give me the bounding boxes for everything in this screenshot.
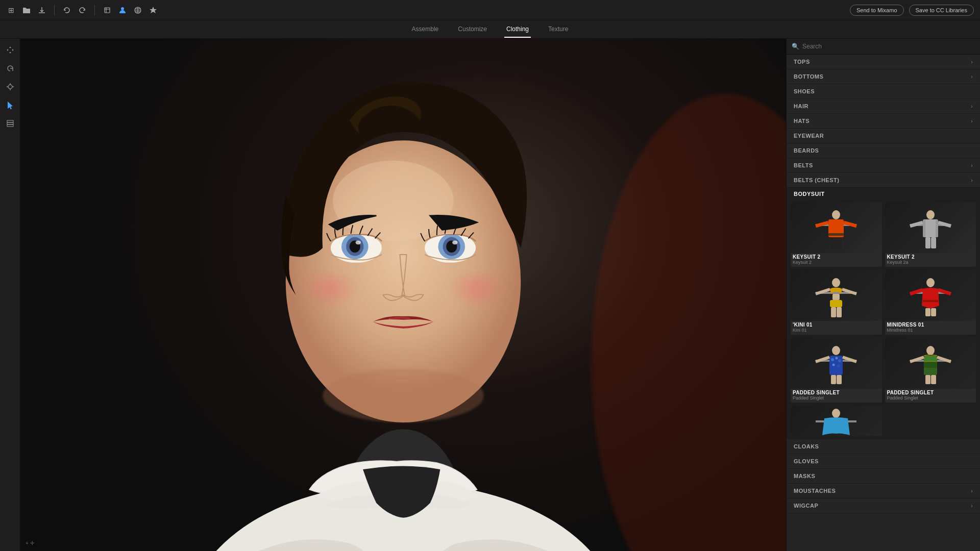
card-title: Minidress 01 bbox=[887, 322, 974, 328]
clothing-thumb-minidress01 bbox=[885, 270, 976, 321]
svg-rect-0 bbox=[105, 8, 110, 13]
tab-texture[interactable]: Texture bbox=[546, 21, 570, 38]
svg-rect-78 bbox=[831, 375, 836, 384]
clothing-thumb-padded1 bbox=[791, 338, 882, 389]
layers-tool-icon[interactable] bbox=[3, 116, 17, 131]
svg-rect-56 bbox=[832, 294, 840, 300]
category-hats[interactable]: HATS › bbox=[787, 114, 980, 129]
category-eyewear[interactable]: EYEWEAR bbox=[787, 129, 980, 143]
person-icon[interactable] bbox=[117, 5, 128, 15]
clothing-card-minidress01[interactable]: Minidress 01 Minidress 01 bbox=[885, 270, 976, 335]
category-belts[interactable]: BELTS › bbox=[787, 158, 980, 173]
svg-rect-42 bbox=[837, 237, 842, 248]
tab-customize[interactable]: Customize bbox=[456, 21, 489, 38]
chevron-icon: › bbox=[971, 488, 973, 494]
svg-point-91 bbox=[832, 409, 840, 418]
chevron-icon: › bbox=[971, 503, 973, 509]
svg-point-75 bbox=[837, 364, 840, 367]
category-bottoms[interactable]: BOTTOMS › bbox=[787, 69, 980, 84]
category-tops[interactable]: TOPS › bbox=[787, 55, 980, 69]
svg-point-3 bbox=[8, 85, 12, 89]
svg-rect-67 bbox=[923, 300, 938, 302]
svg-point-1 bbox=[121, 7, 124, 10]
move-tool-icon[interactable] bbox=[3, 43, 17, 57]
card-label: PADDED SINGLET Padded Singlet bbox=[885, 389, 976, 403]
send-to-mixamo-button[interactable]: Send to Mixamo bbox=[850, 5, 903, 16]
svg-point-81 bbox=[926, 346, 935, 355]
svg-point-69 bbox=[832, 346, 840, 355]
svg-point-21 bbox=[333, 161, 454, 241]
svg-point-32 bbox=[299, 268, 359, 308]
viewport-nav: + ✛ bbox=[26, 540, 34, 546]
clothing-thumb-cloaks bbox=[791, 406, 882, 436]
card-subtitle: Kini 01 bbox=[793, 328, 880, 333]
chevron-icon: › bbox=[971, 59, 973, 65]
svg-rect-84 bbox=[924, 362, 937, 368]
undo-icon[interactable] bbox=[62, 5, 72, 15]
card-subtitle: Padded Singlet bbox=[887, 395, 974, 400]
viewport[interactable]: + ✛ bbox=[20, 39, 786, 551]
tab-assemble[interactable]: Assemble bbox=[410, 21, 441, 38]
clothing-thumb-keysuit2a bbox=[885, 202, 976, 253]
folder-icon[interactable] bbox=[21, 5, 32, 15]
category-list: TOPS › BOTTOMS › SHOES HAIR › HATS › bbox=[787, 55, 980, 551]
card-label: Minidress 01 Minidress 01 bbox=[885, 321, 976, 335]
svg-rect-49 bbox=[925, 237, 930, 248]
search-input[interactable] bbox=[802, 43, 975, 50]
card-title: KEYSUIT 2 bbox=[887, 254, 974, 260]
clothing-card-kini01[interactable]: 'KINI 01 Kini 01 bbox=[791, 270, 882, 335]
category-masks[interactable]: MASKS bbox=[787, 469, 980, 484]
category-moustaches[interactable]: MOUSTACHES › bbox=[787, 484, 980, 498]
svg-rect-51 bbox=[923, 220, 925, 237]
topbar-right: Send to Mixamo Save to CC Libraries bbox=[850, 5, 974, 16]
save-to-cc-button[interactable]: Save to CC Libraries bbox=[909, 5, 974, 16]
download-icon[interactable] bbox=[37, 5, 47, 15]
clothing-card-keysuit2a[interactable]: KEYSUIT 2 Keysuit 2a bbox=[885, 202, 976, 267]
keysuit2a-figure bbox=[908, 205, 953, 251]
svg-rect-85 bbox=[924, 368, 937, 375]
svg-rect-89 bbox=[931, 375, 936, 384]
clothing-card-padded1[interactable]: PADDED SINGLET Padded Singlet bbox=[791, 338, 882, 403]
svg-rect-66 bbox=[931, 308, 936, 316]
card-label: 'KINI 01 Kini 01 bbox=[791, 321, 882, 335]
category-shoes[interactable]: SHOES bbox=[787, 84, 980, 99]
grid-icon[interactable]: ⊞ bbox=[6, 5, 16, 15]
svg-point-62 bbox=[926, 278, 935, 287]
category-belts-chest[interactable]: BELTS (CHEST) › bbox=[787, 173, 980, 188]
keysuit2-figure bbox=[813, 205, 859, 251]
svg-rect-79 bbox=[837, 375, 842, 384]
svg-rect-41 bbox=[831, 237, 836, 248]
clothing-thumb-padded2 bbox=[885, 338, 976, 389]
redo-icon[interactable] bbox=[77, 5, 87, 15]
cursor-tool-icon[interactable] bbox=[3, 98, 17, 112]
card-title: KEYSUIT 2 bbox=[793, 254, 880, 260]
topbar-icons: ⊞ bbox=[6, 5, 850, 15]
scale-tool-icon[interactable] bbox=[3, 80, 17, 94]
svg-point-34 bbox=[323, 369, 484, 422]
clothing-card-padded2[interactable]: PADDED SINGLET Padded Singlet bbox=[885, 338, 976, 403]
category-bodysuit-label[interactable]: BODYSUIT bbox=[787, 188, 980, 199]
svg-rect-83 bbox=[924, 356, 937, 362]
svg-point-74 bbox=[832, 364, 835, 366]
category-cloaks[interactable]: CLOAKS bbox=[787, 439, 980, 454]
svg-point-71 bbox=[831, 358, 834, 361]
character-viewport bbox=[20, 39, 786, 551]
globe-icon[interactable] bbox=[133, 5, 143, 15]
category-gloves[interactable]: GLOVES bbox=[787, 454, 980, 469]
svg-point-54 bbox=[832, 278, 840, 287]
clothing-card-cloaks-preview[interactable] bbox=[791, 406, 882, 436]
category-beards[interactable]: BEARDS bbox=[787, 143, 980, 158]
chevron-icon: › bbox=[971, 178, 973, 183]
tabbar: Assemble Customize Clothing Texture bbox=[0, 20, 980, 39]
svg-rect-43 bbox=[828, 233, 844, 236]
tab-clothing[interactable]: Clothing bbox=[504, 21, 531, 38]
clothing-card-keysuit2[interactable]: KEYSUIT 2 Keysuit 2 bbox=[791, 202, 882, 267]
rotate-tool-icon[interactable] bbox=[3, 61, 17, 76]
category-hair[interactable]: HAIR › bbox=[787, 99, 980, 114]
card-subtitle: Padded Singlet bbox=[793, 395, 880, 400]
category-wigcap[interactable]: WIGCAP › bbox=[787, 498, 980, 513]
star-icon[interactable] bbox=[148, 5, 158, 15]
svg-rect-8 bbox=[7, 120, 13, 122]
card-subtitle: Keysuit 2 bbox=[793, 260, 880, 265]
box-icon[interactable] bbox=[102, 5, 112, 15]
